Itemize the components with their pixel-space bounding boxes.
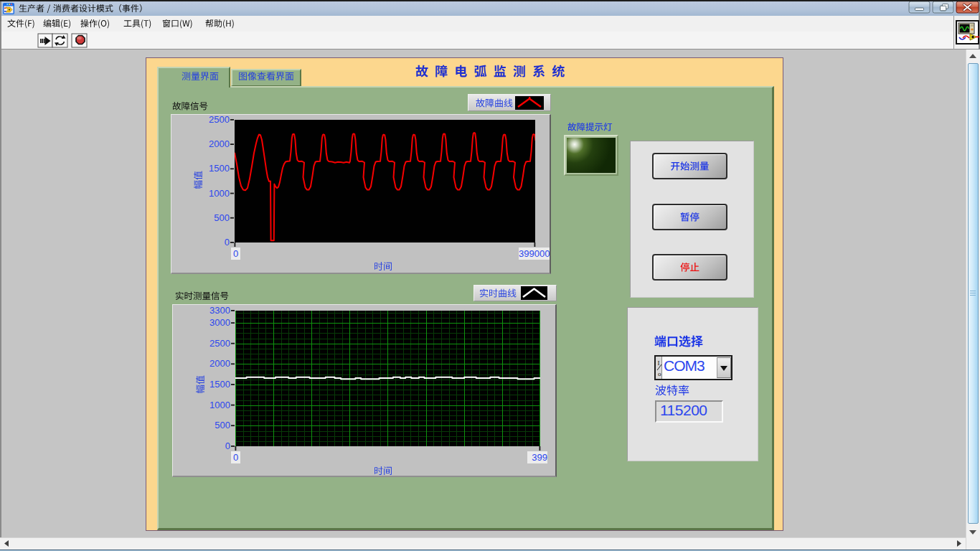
svg-text:I: I	[658, 359, 660, 367]
svg-text:o: o	[658, 370, 661, 377]
